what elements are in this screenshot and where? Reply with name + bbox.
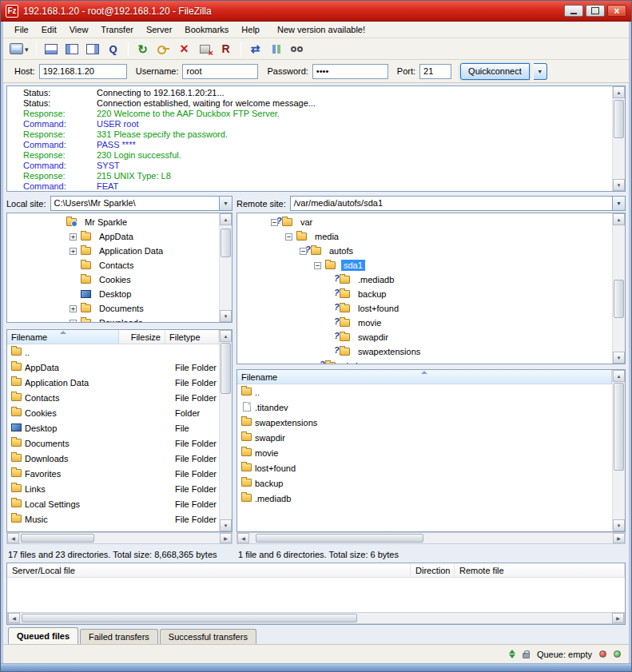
directory-comparison-button[interactable] — [267, 40, 286, 58]
scroll-thumb[interactable] — [21, 534, 94, 543]
username-input[interactable] — [182, 64, 258, 79]
column-server-local-file[interactable]: Server/Local file — [7, 563, 411, 577]
scroll-down-icon[interactable] — [613, 519, 625, 531]
tab-successful-transfers[interactable]: Successful transfers — [160, 629, 256, 644]
file-row[interactable]: Local SettingsFile Folder — [7, 496, 219, 511]
file-row[interactable]: Application DataFile Folder — [7, 375, 219, 390]
tree-item-selected[interactable]: sda1 — [237, 258, 612, 272]
tab-queued-files[interactable]: Queued files — [8, 627, 78, 644]
expand-icon[interactable] — [70, 305, 77, 312]
column-filename[interactable]: Filename — [7, 330, 119, 344]
synchronized-browsing-button[interactable] — [246, 40, 265, 58]
scroll-up-icon[interactable] — [613, 213, 625, 225]
scroll-down-icon[interactable] — [613, 352, 625, 364]
chevron-down-icon[interactable] — [25, 44, 29, 54]
tree-item[interactable]: media — [237, 229, 612, 244]
scroll-track[interactable] — [220, 225, 232, 310]
process-queue-button[interactable] — [154, 40, 173, 58]
quickconnect-button[interactable]: Quickconnect — [460, 63, 530, 80]
tree-item[interactable]: lost+found — [237, 301, 612, 316]
column-direction[interactable]: Direction — [411, 563, 455, 577]
scroll-thumb[interactable] — [221, 229, 231, 257]
file-row[interactable]: FavoritesFile Folder — [7, 466, 219, 481]
column-filetype[interactable]: Filetype — [165, 330, 219, 344]
minimize-button[interactable] — [564, 5, 583, 17]
remote-tree-scrollbar[interactable] — [612, 213, 625, 364]
remote-list-scrollbar[interactable] — [612, 370, 625, 531]
expand-icon[interactable] — [70, 320, 77, 323]
tree-item[interactable]: Application Data — [7, 244, 219, 258]
local-tree-scrollbar[interactable] — [219, 213, 232, 322]
column-filename[interactable]: Filename — [237, 370, 612, 384]
expand-icon[interactable] — [70, 248, 77, 255]
remote-horizontal-scrollbar[interactable] — [237, 532, 626, 544]
menu-view[interactable]: View — [63, 23, 95, 36]
tree-item[interactable]: Desktop — [7, 287, 219, 301]
scroll-track[interactable] — [20, 613, 612, 623]
site-manager-button[interactable] — [7, 40, 31, 58]
menu-file[interactable]: File — [8, 23, 35, 36]
host-input[interactable] — [39, 64, 127, 79]
combo-dropdown-icon[interactable] — [612, 197, 625, 210]
scroll-right-icon[interactable] — [612, 613, 624, 623]
scroll-down-icon[interactable] — [220, 519, 232, 531]
file-row[interactable]: MusicFile Folder — [7, 511, 219, 527]
tree-item[interactable]: Downloads — [7, 316, 219, 322]
toggle-remote-tree-button[interactable] — [83, 40, 102, 58]
scroll-thumb[interactable] — [614, 100, 624, 138]
collapse-icon[interactable] — [285, 233, 292, 241]
toggle-queue-button[interactable] — [104, 40, 123, 58]
tree-item[interactable]: swapextensions — [237, 344, 612, 359]
file-row[interactable]: .. — [7, 344, 219, 360]
file-row[interactable]: ContactsFile Folder — [7, 390, 219, 405]
tree-item[interactable]: var — [237, 215, 612, 229]
tree-item[interactable]: Mr Sparkle — [7, 215, 219, 229]
menu-help[interactable]: Help — [235, 23, 266, 36]
scroll-up-icon[interactable] — [613, 370, 625, 382]
tree-item[interactable]: dvd — [237, 359, 612, 364]
combo-dropdown-icon[interactable] — [219, 197, 232, 210]
scroll-down-icon[interactable] — [220, 310, 232, 322]
queue-body[interactable] — [7, 578, 625, 612]
encryption-icon[interactable] — [523, 653, 530, 658]
scroll-track[interactable] — [613, 225, 625, 352]
scroll-right-icon[interactable] — [613, 533, 625, 543]
remote-site-combo[interactable]: /var/media/autofs/sda1 — [290, 196, 626, 211]
tree-item[interactable]: swapdir — [237, 330, 612, 344]
titlebar[interactable]: 192.168.1.20 - root@192.168.1.20 - FileZ… — [1, 1, 631, 22]
file-row[interactable]: LinksFile Folder — [7, 481, 219, 496]
scroll-down-icon[interactable] — [613, 179, 625, 191]
scroll-thumb[interactable] — [256, 534, 423, 543]
speed-limits-icon[interactable] — [509, 650, 515, 658]
scroll-left-icon[interactable] — [7, 533, 19, 543]
tree-item[interactable]: Contacts — [7, 258, 219, 272]
scroll-left-icon[interactable] — [237, 533, 249, 543]
menu-edit[interactable]: Edit — [35, 23, 63, 36]
file-row[interactable]: .. — [237, 384, 612, 400]
log-vertical-scrollbar[interactable] — [612, 86, 625, 191]
cancel-button[interactable] — [175, 40, 194, 58]
file-row[interactable]: movie — [237, 445, 612, 460]
file-row[interactable]: swapdir — [237, 430, 612, 445]
toggle-local-tree-button[interactable] — [62, 40, 81, 58]
close-button[interactable] — [607, 5, 626, 17]
menu-server[interactable]: Server — [140, 23, 178, 36]
scroll-up-icon[interactable] — [613, 86, 625, 98]
tree-item[interactable]: Cookies — [7, 272, 219, 287]
tree-item[interactable]: Documents — [7, 301, 219, 316]
reconnect-button[interactable] — [217, 40, 236, 58]
column-filesize[interactable]: Filesize — [119, 330, 165, 344]
maximize-button[interactable] — [586, 5, 605, 17]
menu-bookmarks[interactable]: Bookmarks — [178, 23, 235, 36]
disconnect-button[interactable] — [196, 40, 215, 58]
file-row[interactable]: DesktopFile — [7, 420, 219, 435]
collapse-icon[interactable] — [314, 262, 321, 269]
file-row[interactable]: .titandev — [237, 400, 612, 415]
scroll-track[interactable] — [613, 382, 625, 519]
scroll-track[interactable] — [19, 533, 220, 543]
file-row[interactable]: CookiesFolder — [7, 405, 219, 420]
tree-item[interactable]: .mediadb — [237, 272, 612, 287]
expand-icon[interactable] — [70, 233, 77, 241]
file-row[interactable]: DownloadsFile Folder — [7, 451, 219, 466]
scroll-track[interactable] — [613, 98, 625, 179]
